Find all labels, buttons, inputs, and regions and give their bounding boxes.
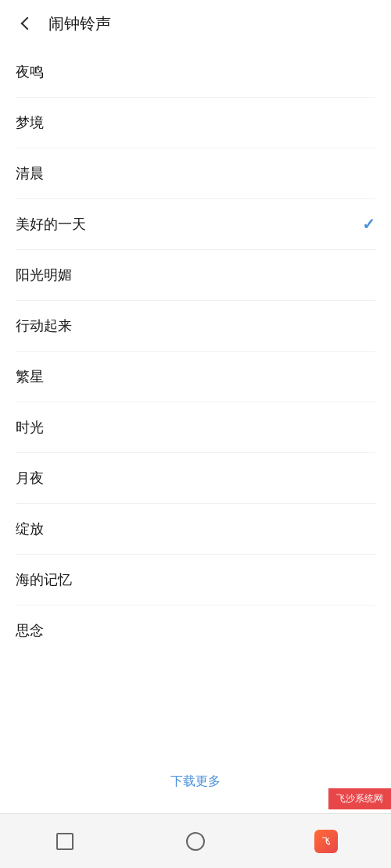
back-arrow-icon: [21, 17, 34, 30]
list-item[interactable]: 阳光明媚: [16, 250, 375, 301]
item-label: 梦境: [16, 113, 44, 132]
back-button[interactable]: [16, 12, 39, 35]
item-label: 阳光明媚: [16, 266, 72, 284]
item-label: 繁星: [16, 367, 44, 386]
ringtone-list: 夜鸣梦境清晨美好的一天✓阳光明媚行动起来繁星时光月夜绽放海的记忆思念: [0, 47, 391, 655]
item-label: 清晨: [16, 164, 44, 183]
item-label: 行动起来: [16, 316, 72, 335]
list-item[interactable]: 夜鸣: [16, 47, 375, 98]
watermark: 飞沙系统网: [328, 788, 391, 809]
watermark-nav-area: 飞: [310, 826, 342, 857]
list-item[interactable]: 绽放: [16, 504, 375, 555]
item-label: 时光: [16, 418, 44, 437]
check-icon: ✓: [362, 215, 375, 234]
list-item[interactable]: 美好的一天✓: [16, 199, 375, 250]
bottom-navigation: 飞: [0, 813, 391, 868]
brand-logo: 飞: [314, 830, 338, 853]
list-item[interactable]: 海的记忆: [16, 555, 375, 605]
recent-apps-button[interactable]: [49, 826, 81, 857]
download-more-link[interactable]: 下载更多: [170, 773, 221, 790]
recent-apps-icon: [56, 833, 74, 850]
item-label: 绽放: [16, 520, 44, 538]
list-item[interactable]: 时光: [16, 402, 375, 453]
item-label: 夜鸣: [16, 63, 44, 81]
watermark-text: 飞沙系统网: [336, 792, 383, 805]
item-label: 思念: [16, 621, 44, 640]
list-item[interactable]: 月夜: [16, 453, 375, 504]
page-title: 闹钟铃声: [48, 13, 111, 34]
list-item[interactable]: 繁星: [16, 352, 375, 402]
list-item[interactable]: 行动起来: [16, 301, 375, 352]
item-label: 美好的一天: [16, 215, 86, 234]
item-label: 海的记忆: [16, 570, 72, 589]
list-item[interactable]: 思念: [16, 605, 375, 655]
home-icon: [186, 832, 205, 851]
item-label: 月夜: [16, 469, 44, 488]
list-item[interactable]: 梦境: [16, 98, 375, 148]
home-button[interactable]: [180, 826, 211, 857]
list-item[interactable]: 清晨: [16, 148, 375, 199]
brand-logo-text: 飞: [322, 836, 330, 847]
header: 闹钟铃声: [0, 0, 391, 47]
